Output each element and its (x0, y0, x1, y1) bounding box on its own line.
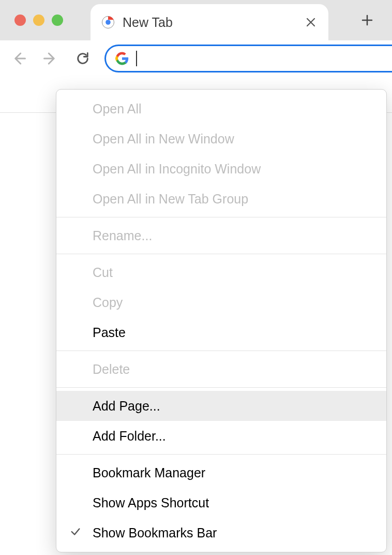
address-bar[interactable] (104, 45, 392, 72)
tab-strip: New Tab (0, 0, 392, 40)
menu-show-apps-shortcut[interactable]: Show Apps Shortcut (56, 488, 386, 518)
window-close-button[interactable] (14, 14, 26, 26)
menu-open-all: Open All (56, 94, 386, 124)
tab-title: New Tab (123, 15, 296, 30)
menu-copy: Copy (56, 287, 386, 317)
menu-separator (56, 350, 386, 351)
menu-rename: Rename... (56, 221, 386, 251)
reload-button[interactable] (72, 48, 93, 69)
menu-paste[interactable]: Paste (56, 317, 386, 347)
window-controls (0, 14, 63, 26)
menu-open-all-tab-group: Open All in New Tab Group (56, 184, 386, 214)
menu-separator (56, 387, 386, 388)
browser-tab[interactable]: New Tab (91, 4, 328, 40)
menu-add-folder[interactable]: Add Folder... (56, 421, 386, 451)
menu-item-label: Show Bookmarks Bar (93, 525, 217, 540)
new-tab-button[interactable] (352, 0, 383, 40)
google-icon (115, 52, 129, 65)
window-maximize-button[interactable] (52, 14, 63, 26)
menu-separator (56, 254, 386, 254)
menu-delete: Delete (56, 354, 386, 384)
menu-open-all-new-window: Open All in New Window (56, 124, 386, 154)
menu-add-page[interactable]: Add Page... (56, 391, 386, 421)
text-cursor (136, 51, 137, 66)
menu-open-all-incognito: Open All in Incognito Window (56, 154, 386, 184)
menu-separator (56, 454, 386, 455)
forward-button[interactable] (40, 48, 61, 69)
menu-show-bookmarks-bar[interactable]: Show Bookmarks Bar (56, 518, 386, 548)
menu-separator (56, 217, 386, 217)
bookmarks-context-menu: Open All Open All in New Window Open All… (56, 89, 387, 552)
menu-bookmark-manager[interactable]: Bookmark Manager (56, 458, 386, 488)
menu-cut: Cut (56, 257, 386, 287)
window-minimize-button[interactable] (33, 14, 44, 26)
checkmark-icon (70, 525, 81, 541)
tab-close-button[interactable] (304, 15, 318, 30)
toolbar (0, 40, 392, 77)
back-button[interactable] (8, 48, 29, 69)
chrome-favicon-icon (101, 15, 115, 30)
